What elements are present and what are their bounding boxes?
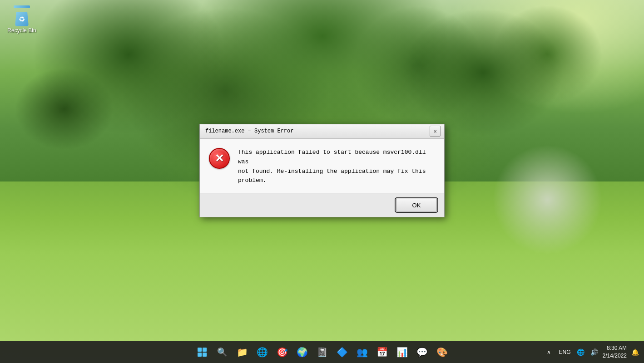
taskbar-photoshop[interactable]: 🎨 [433,343,451,361]
taskbar-teams[interactable]: 👥 [353,343,371,361]
taskbar-edge[interactable]: 🔷 [333,343,351,361]
dialog-footer: OK [200,193,444,217]
network-icon: 🌐 [577,348,585,356]
excel-icon: 📊 [396,347,408,358]
error-x-mark: ✕ [215,153,224,164]
taskbar-center: 🔍 📁 🌐 🎯 🌍 📓 🔷 [193,343,451,361]
system-clock[interactable]: 8:30 AM 2/14/2022 [603,344,627,360]
error-dialog: filename.exe – System Error × ✕ This app… [199,124,445,217]
chrome-icon: 🌐 [257,347,268,358]
dialog-titlebar: filename.exe – System Error × [200,124,444,139]
language-label: ENG [559,349,571,355]
taskbar-calendar[interactable]: 📅 [373,343,391,361]
taskbar-app1[interactable]: 🎯 [273,343,291,361]
notification-button[interactable]: 🔔 [629,343,640,361]
dialog-title: filename.exe – System Error [205,128,293,134]
network-icon-button[interactable]: 🌐 [575,343,586,361]
desktop: ♻ Recycle Bin filename.exe – System Erro… [0,0,644,363]
search-icon: 🔍 [217,347,227,357]
error-icon: ✕ [209,148,231,170]
notification-icon: 🔔 [631,348,639,356]
start-button[interactable] [193,343,211,361]
onenote-icon: 📓 [317,347,328,358]
ok-button[interactable]: OK [396,199,437,211]
dialog-close-button[interactable]: × [430,126,441,137]
clock-date: 2/14/2022 [603,352,627,360]
taskbar: 🔍 📁 🌐 🎯 🌍 📓 🔷 [0,341,644,363]
taskbar-chrome[interactable]: 🌐 [253,343,271,361]
taskbar-onenote[interactable]: 📓 [313,343,331,361]
error-message-text: This application failed to start because… [238,148,435,186]
chevron-up-icon: ∧ [547,349,551,355]
taskbar-app2[interactable]: 🌍 [293,343,311,361]
windows-logo [198,348,207,357]
teams-icon: 👥 [357,347,368,358]
taskbar-messenger[interactable]: 💬 [413,343,431,361]
app1-icon: 🎯 [277,347,288,358]
taskbar-right: ∧ ENG 🌐 🔊 8:30 AM 2/14/2022 🔔 [544,343,640,361]
edge-icon: 🔷 [337,347,348,358]
taskbar-file-explorer[interactable]: 📁 [233,343,251,361]
language-indicator[interactable]: ENG [557,343,573,361]
dialog-overlay: filename.exe – System Error × ✕ This app… [0,0,644,341]
messenger-icon: 💬 [416,347,428,358]
volume-icon: 🔊 [590,348,598,356]
show-hidden-icons-button[interactable]: ∧ [544,343,555,361]
dialog-content: ✕ This application failed to start becau… [200,139,444,193]
volume-button[interactable]: 🔊 [589,343,600,361]
taskbar-excel[interactable]: 📊 [393,343,411,361]
app2-icon: 🌍 [297,347,308,358]
calendar-icon: 📅 [376,347,388,358]
error-circle: ✕ [209,148,230,169]
search-button[interactable]: 🔍 [213,343,231,361]
photoshop-icon: 🎨 [436,347,448,358]
clock-time: 8:30 AM [603,344,627,352]
file-explorer-icon: 📁 [237,347,248,358]
